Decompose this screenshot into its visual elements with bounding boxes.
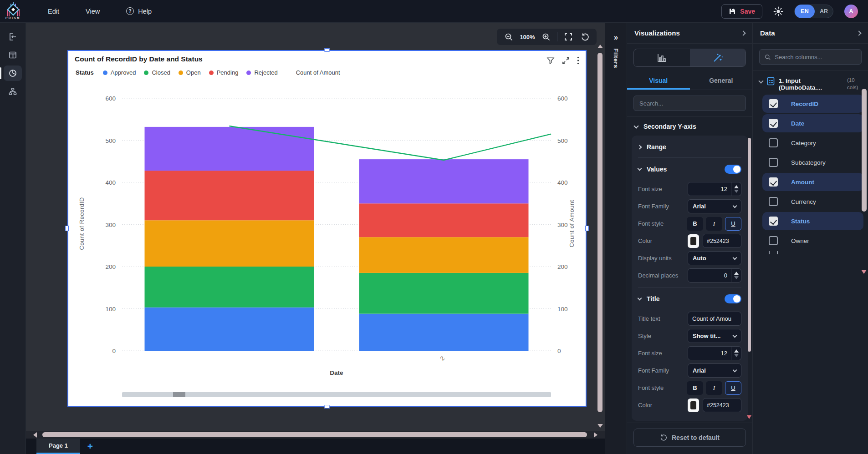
format-visual-button[interactable] bbox=[690, 49, 746, 66]
sidebar-flow-button[interactable] bbox=[4, 84, 22, 99]
dataset-collapse-icon[interactable] bbox=[758, 78, 763, 83]
stepper[interactable] bbox=[731, 269, 741, 282]
font-family-select[interactable]: Arial bbox=[688, 363, 741, 378]
dataset-node[interactable]: 1. Input (DumboData.... (10 cols) bbox=[753, 71, 868, 95]
bold-button[interactable]: B bbox=[687, 217, 703, 231]
italic-button[interactable]: I bbox=[706, 217, 722, 231]
stepper-down-icon[interactable] bbox=[734, 354, 739, 357]
reset-view-button[interactable] bbox=[577, 30, 592, 44]
user-avatar[interactable]: A bbox=[844, 5, 858, 18]
range-subsection[interactable]: Range bbox=[638, 137, 741, 156]
stepper-up-icon[interactable] bbox=[734, 185, 739, 188]
tab-general[interactable]: General bbox=[690, 71, 753, 90]
build-visual-button[interactable] bbox=[634, 49, 690, 66]
sidebar-layout-button[interactable] bbox=[4, 47, 22, 63]
report-canvas[interactable]: 100% bbox=[26, 23, 605, 431]
scroll-up-arrow[interactable] bbox=[597, 45, 603, 48]
display-units-select[interactable]: Auto bbox=[688, 251, 741, 265]
selection-handle-bottom[interactable] bbox=[325, 405, 330, 409]
tab-visual[interactable]: Visual bbox=[627, 71, 690, 90]
stepper-up-icon[interactable] bbox=[734, 272, 739, 275]
column-row-status[interactable]: Status bbox=[762, 212, 863, 230]
underline-button[interactable]: U bbox=[725, 217, 741, 231]
filters-panel-collapsed[interactable]: » Filters bbox=[605, 23, 627, 454]
selection-handle-top[interactable] bbox=[325, 48, 330, 52]
lang-en-button[interactable]: EN bbox=[795, 5, 815, 18]
checkbox-checked[interactable] bbox=[769, 119, 778, 128]
menu-view[interactable]: View bbox=[86, 8, 100, 15]
chart-visual[interactable]: Count of RecordID by Date and Status bbox=[67, 50, 587, 407]
stepper-up-icon[interactable] bbox=[734, 349, 739, 353]
columns-scrollbar-thumb[interactable] bbox=[862, 89, 867, 212]
expand-filters-icon[interactable]: » bbox=[614, 32, 618, 42]
checkbox-unchecked[interactable] bbox=[769, 158, 778, 167]
selection-handle-right[interactable] bbox=[585, 226, 589, 231]
column-row-owner[interactable]: Owner bbox=[762, 232, 863, 250]
stepper-down-icon[interactable] bbox=[734, 190, 739, 193]
save-button[interactable]: Save bbox=[721, 4, 762, 19]
title-text-value[interactable] bbox=[692, 315, 741, 322]
checkbox-checked[interactable] bbox=[769, 99, 778, 108]
collapse-data-icon[interactable] bbox=[856, 30, 861, 35]
reset-to-default-button[interactable]: Reset to default bbox=[633, 429, 746, 447]
values-toggle[interactable] bbox=[725, 165, 741, 174]
zoom-out-button[interactable] bbox=[501, 30, 516, 44]
column-row-amount[interactable]: Amount bbox=[762, 173, 863, 191]
underline-button[interactable]: U bbox=[725, 381, 741, 395]
title-text-field[interactable] bbox=[688, 312, 741, 326]
fit-to-screen-button[interactable] bbox=[561, 30, 576, 44]
scroll-down-arrow[interactable] bbox=[597, 424, 603, 428]
stepper[interactable] bbox=[731, 182, 741, 196]
title-toggle[interactable] bbox=[725, 294, 741, 303]
column-row-currency[interactable]: Currency bbox=[762, 192, 863, 211]
column-row-category[interactable]: Category bbox=[762, 134, 863, 152]
add-page-button[interactable]: + bbox=[80, 439, 100, 454]
checkbox-unchecked[interactable] bbox=[769, 138, 778, 147]
checkbox-unchecked[interactable] bbox=[769, 251, 778, 254]
checkbox-unchecked[interactable] bbox=[769, 236, 778, 245]
font-size-input[interactable] bbox=[688, 182, 741, 196]
settings-search[interactable] bbox=[633, 96, 746, 111]
chart-scrollbar[interactable] bbox=[122, 392, 551, 397]
column-row-date[interactable]: Date bbox=[762, 114, 863, 132]
color-swatch[interactable] bbox=[688, 234, 699, 248]
canvas-vertical-scrollbar[interactable] bbox=[597, 43, 603, 429]
menu-edit[interactable]: Edit bbox=[48, 8, 59, 15]
decimal-places-value[interactable] bbox=[688, 269, 731, 282]
columns-search[interactable] bbox=[759, 49, 862, 65]
values-subsection[interactable]: Values bbox=[638, 160, 741, 179]
color-hex-input[interactable] bbox=[703, 398, 741, 412]
style-select[interactable]: Show tit... bbox=[688, 329, 741, 343]
menu-help[interactable]: ? Help bbox=[126, 7, 152, 15]
collapse-visualizations-icon[interactable] bbox=[740, 30, 745, 35]
chart-scrollbar-thumb[interactable] bbox=[173, 392, 185, 397]
canvas-vscroll-thumb[interactable] bbox=[597, 53, 602, 412]
font-size-value[interactable] bbox=[688, 347, 731, 360]
decimal-places-input[interactable] bbox=[688, 268, 741, 282]
columns-search-input[interactable] bbox=[775, 54, 856, 61]
theme-toggle-button[interactable] bbox=[773, 6, 783, 16]
lang-ar-button[interactable]: AR bbox=[815, 8, 833, 15]
column-row-partial[interactable] bbox=[762, 251, 863, 254]
settings-search-input[interactable] bbox=[639, 100, 740, 107]
settings-scroll-down-arrow[interactable] bbox=[747, 415, 751, 419]
tab-page-1[interactable]: Page 1 bbox=[36, 439, 80, 454]
color-swatch[interactable] bbox=[688, 399, 699, 412]
font-family-select[interactable]: Arial bbox=[688, 199, 741, 213]
section-secondary-y-axis[interactable]: Secondary Y-axis bbox=[627, 117, 752, 135]
italic-button[interactable]: I bbox=[706, 381, 722, 395]
stepper[interactable] bbox=[731, 347, 741, 360]
bold-button[interactable]: B bbox=[687, 381, 703, 395]
checkbox-checked[interactable] bbox=[769, 177, 778, 187]
zoom-in-button[interactable] bbox=[539, 30, 553, 44]
app-logo[interactable]: PRISM bbox=[0, 0, 26, 23]
color-hex-input[interactable] bbox=[703, 234, 741, 248]
column-row-recordid[interactable]: RecordID bbox=[762, 95, 863, 113]
settings-scrollbar-thumb[interactable] bbox=[748, 138, 751, 352]
sidebar-collapse-button[interactable] bbox=[4, 29, 22, 45]
columns-scroll-down-arrow[interactable] bbox=[861, 270, 867, 274]
checkbox-checked[interactable] bbox=[769, 217, 778, 226]
canvas-horizontal-scrollbar[interactable] bbox=[26, 431, 605, 439]
stepper-down-icon[interactable] bbox=[734, 276, 739, 279]
selection-handle-left[interactable] bbox=[65, 226, 69, 231]
